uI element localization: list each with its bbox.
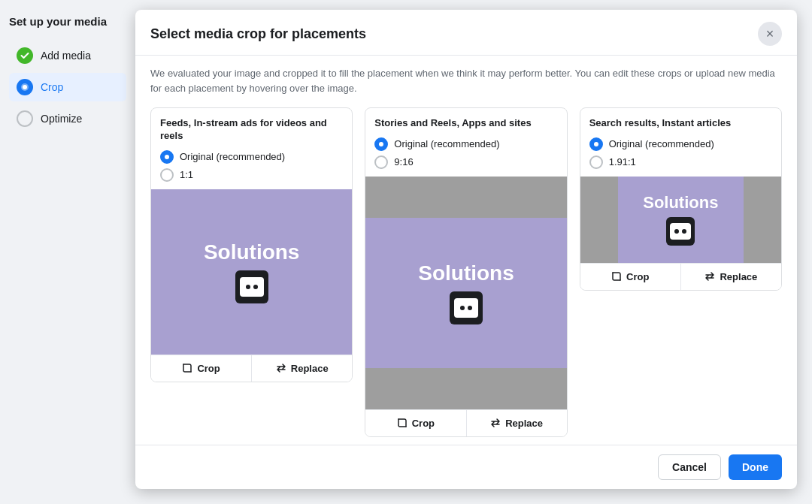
robot-icon-card-3 [666,217,695,246]
radio-label: Original (recommended) [180,151,285,162]
sidebar-item-label: Optimize [41,113,82,125]
card-2-image-text: Solutions [418,261,514,285]
main-area: Select media crop for placements × We ev… [135,0,812,504]
card-2-replace-button[interactable]: Replace [466,410,567,436]
card-3-replace-button[interactable]: Replace [680,264,781,290]
card-1-replace-label: Replace [291,363,329,374]
cards-row: Feeds, In-stream ads for videos and reel… [150,107,782,437]
radio-unselected-icon [160,168,174,182]
radio-selected-icon-3 [589,137,603,151]
card-2-image-top [365,177,566,218]
done-button[interactable]: Done [729,454,782,480]
dialog-footer: Cancel Done [135,445,797,489]
svg-point-1 [23,85,27,89]
card-1-actions: Crop Replace [151,355,352,382]
card-3-image-text: Solutions [643,193,718,213]
card-1-replace-button[interactable]: Replace [251,355,352,382]
card-3-crop-button[interactable]: Crop [580,264,680,290]
radio-label: Original (recommended) [609,138,714,149]
replace-icon-3 [704,271,715,282]
sidebar-item-label: Crop [41,81,63,93]
card-2-option-916[interactable]: 9:16 [374,155,557,169]
card-2-image: Solutions [365,177,566,409]
card-2-crop-label: Crop [412,418,435,429]
dialog-title: Select media crop for placements [150,26,366,42]
radio-selected-icon [374,137,388,151]
sidebar-item-optimize[interactable]: Optimize [9,104,126,133]
card-3-title: Search results, Instant articles [589,117,772,130]
card-3-image: Solutions [580,177,781,263]
robot-eye-right-3 [682,229,686,234]
dialog-body: We evaluated your image and cropped it t… [135,56,797,445]
card-2-option-original[interactable]: Original (recommended) [374,137,557,151]
replace-icon [276,363,286,373]
crop-icon [182,363,192,373]
placement-card-stories: Stories and Reels, Apps and sites Origin… [365,107,567,437]
sidebar-item-label: Add media [41,50,91,62]
card-2-title: Stories and Reels, Apps and sites [374,117,557,130]
card-1-image-text: Solutions [204,240,300,264]
sidebar-title: Set up your media [9,15,126,28]
card-3-actions: Crop Replace [580,263,781,290]
robot-eye-right-2 [468,306,472,310]
card-1-preview: Solutions [151,189,352,355]
card-3-preview: Solutions [580,177,781,263]
card-2-crop-button[interactable]: Crop [365,410,465,436]
card-2-replace-label: Replace [505,418,543,429]
card-1-title: Feeds, In-stream ads for videos and reel… [160,117,343,143]
card-2-radio-group: Original (recommended) 9:16 [374,137,557,169]
radio-label: 1.91:1 [609,156,636,167]
step-inactive-icon [17,110,33,127]
radio-unselected-icon-3 [589,155,603,169]
robot-icon-card-2 [450,291,483,324]
radio-label: 9:16 [394,156,413,167]
card-1-option-original[interactable]: Original (recommended) [160,150,343,164]
step-done-icon [17,47,33,64]
dialog-header: Select media crop for placements × [135,10,797,56]
card-3-crop-label: Crop [626,271,649,282]
radio-label: 1:1 [180,169,193,180]
card-2-actions: Crop Replace [365,409,566,436]
card-2-image-mid: Solutions [365,218,566,368]
card-3-image-mid: Solutions [618,177,744,263]
dialog: Select media crop for placements × We ev… [135,10,797,489]
crop-icon-2 [397,418,408,428]
placement-card-search: Search results, Instant articles Origina… [580,107,782,291]
card-3-image-left [580,177,618,263]
card-3-option-original[interactable]: Original (recommended) [589,137,772,151]
step-active-icon [17,79,33,95]
robot-face-2 [460,306,472,310]
card-3-radio-group: Original (recommended) 1.91:1 [589,137,772,169]
sidebar-item-crop[interactable]: Crop [9,73,126,101]
card-2-image-bot [365,368,566,409]
card-3-image-right [744,177,781,263]
sidebar: Set up your media Add media Crop Optimiz… [0,0,135,504]
replace-icon-2 [490,418,501,428]
card-1-image: Solutions [151,189,352,355]
robot-face-3 [674,229,686,234]
card-1-radio-group: Original (recommended) 1:1 [160,150,343,182]
radio-label: Original (recommended) [394,138,499,149]
radio-selected-icon [160,150,174,164]
robot-eye-right [253,285,258,289]
card-1-option-1to1[interactable]: 1:1 [160,168,343,182]
close-button[interactable]: × [758,22,782,46]
card-1-crop-button[interactable]: Crop [151,355,251,382]
card-2-preview: Solutions [365,177,566,409]
dialog-description: We evaluated your image and cropped it t… [150,66,782,95]
robot-icon-card-1 [235,270,268,303]
robot-eye-left [246,285,250,289]
robot-eye-left-2 [460,306,465,310]
robot-face [246,285,258,289]
robot-eye-left-3 [674,229,679,234]
sidebar-item-add-media[interactable]: Add media [9,41,126,70]
card-3-replace-label: Replace [720,271,757,282]
card-3-option-191[interactable]: 1.91:1 [589,155,772,169]
cancel-button[interactable]: Cancel [658,454,721,480]
placement-card-feeds: Feeds, In-stream ads for videos and reel… [150,107,353,382]
card-1-crop-label: Crop [197,363,220,374]
crop-icon-3 [611,271,622,282]
radio-unselected-icon [374,155,388,169]
